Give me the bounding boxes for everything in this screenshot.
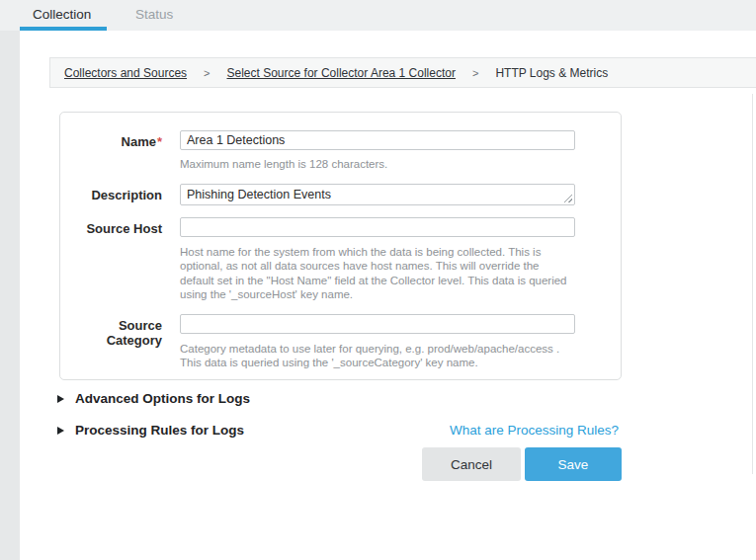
source-host-input[interactable] <box>180 217 575 237</box>
source-config-page: Collection Status Collectors and Sources… <box>0 0 756 560</box>
source-category-input[interactable] <box>180 314 575 334</box>
breadcrumb-select-source[interactable]: Select Source for Collector Area 1 Colle… <box>227 66 456 80</box>
source-category-label: Source Category <box>60 314 162 370</box>
main-content: Collectors and Sources > Select Source f… <box>20 31 756 560</box>
form-action-buttons: Cancel Save <box>422 447 622 481</box>
tab-collection[interactable]: Collection <box>33 7 91 22</box>
description-input[interactable]: Phishing Detection Events <box>180 184 575 205</box>
top-tab-bar: Collection Status <box>0 0 756 31</box>
expand-triangle-icon <box>57 395 64 403</box>
name-input[interactable] <box>180 130 575 150</box>
name-field-row: Name* Maximum name length is 128 charact… <box>60 130 621 172</box>
breadcrumb-separator-icon: > <box>472 67 478 79</box>
advanced-options-section-toggle[interactable]: Advanced Options for Logs <box>57 391 250 406</box>
description-label: Description <box>60 184 162 205</box>
advanced-options-label: Advanced Options for Logs <box>75 391 250 406</box>
breadcrumb-collectors-and-sources[interactable]: Collectors and Sources <box>64 66 187 80</box>
source-host-field-row: Source Host Host name for the system fro… <box>60 217 621 302</box>
breadcrumb-current-page: HTTP Logs & Metrics <box>495 66 608 80</box>
right-scroll-line <box>752 94 753 474</box>
source-form-panel: Name* Maximum name length is 128 charact… <box>59 112 622 380</box>
tab-status[interactable]: Status <box>135 7 173 22</box>
breadcrumb: Collectors and Sources > Select Source f… <box>49 57 756 88</box>
expand-triangle-icon <box>57 427 64 435</box>
processing-rules-help-link[interactable]: What are Processing Rules? <box>450 423 619 438</box>
textarea-resize-handle-icon[interactable] <box>564 195 572 202</box>
name-label: Name* <box>60 130 162 172</box>
processing-rules-label: Processing Rules for Logs <box>75 423 244 438</box>
save-button[interactable]: Save <box>525 447 622 481</box>
source-category-helper-text: Category metadata to use later for query… <box>180 342 573 370</box>
source-category-field-row: Source Category Category metadata to use… <box>60 314 621 370</box>
name-helper-text: Maximum name length is 128 characters. <box>180 157 575 172</box>
description-field-row: Description Phishing Detection Events <box>60 184 621 205</box>
left-gutter <box>0 31 20 560</box>
source-host-helper-text: Host name for the system from which the … <box>180 245 573 302</box>
breadcrumb-separator-icon: > <box>204 67 210 79</box>
required-asterisk: * <box>157 134 162 149</box>
source-host-label: Source Host <box>60 217 162 302</box>
cancel-button[interactable]: Cancel <box>422 447 521 481</box>
processing-rules-section-toggle[interactable]: Processing Rules for Logs <box>57 423 244 438</box>
